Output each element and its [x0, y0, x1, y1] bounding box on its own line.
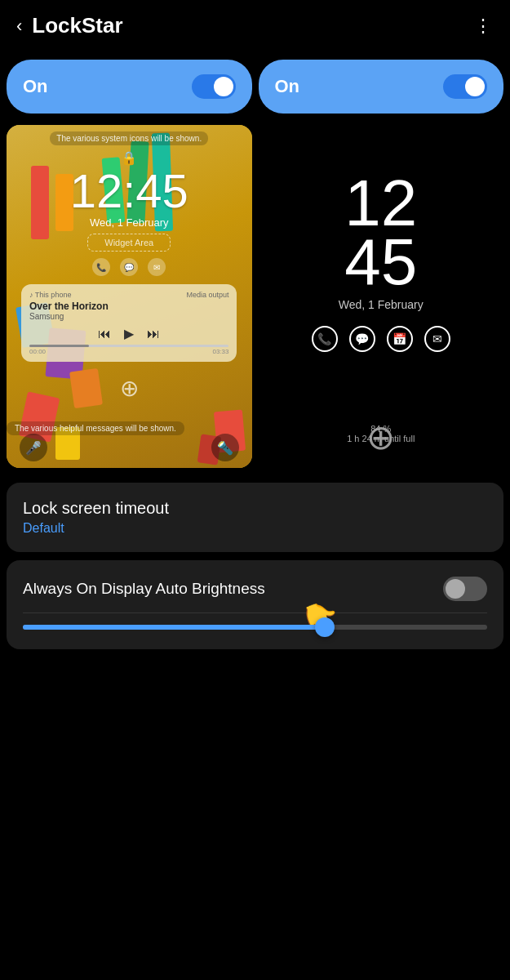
aod-battery-time: 1 h 24 m until full	[347, 434, 415, 443]
ls-time: 12:45	[70, 167, 188, 215]
ls-media-output: Media output	[186, 291, 228, 299]
lock-screen-timeout-section[interactable]: Lock screen timeout Default	[7, 483, 503, 552]
more-options-button[interactable]: ⋮	[474, 16, 494, 37]
aod-hour: 12	[344, 174, 417, 233]
aod-brightness-title: Always On Display Auto Brightness	[23, 580, 443, 598]
aod-brightness-section: Always On Display Auto Brightness 👇	[7, 560, 503, 649]
aod-date: Wed, 1 February	[339, 298, 424, 311]
ls-content: The various system icons will be shown. …	[7, 125, 252, 468]
aod-brightness-row: Always On Display Auto Brightness	[23, 577, 487, 601]
aod-minute: 45	[344, 233, 417, 292]
app-title: LockStar	[32, 13, 122, 38]
ls-media-player: ♪ This phone Media output Over the Horiz…	[21, 284, 237, 362]
ls-media-artist: Samsung	[29, 312, 228, 321]
left-toggle-label: On	[23, 76, 48, 97]
aod-icon-message: 💬	[349, 326, 375, 352]
lock-screen-timeout-value: Default	[23, 521, 487, 536]
lock-screen-timeout-title: Lock screen timeout	[23, 499, 487, 518]
aod-time: 12 45	[344, 174, 417, 292]
ls-icon-phone: 📞	[92, 258, 110, 276]
ls-bottom-icons: 🎤 🔦	[7, 434, 252, 461]
ls-mic-icon: 🎤	[20, 434, 47, 461]
aod-content: 12 45 Wed, 1 February 📞 💬 📅 ✉ ⊕ 84 % 1 h…	[259, 125, 504, 468]
ls-progress-bar	[29, 345, 228, 347]
aod-preview: 12 45 Wed, 1 February 📞 💬 📅 ✉ ⊕ 84 % 1 h…	[259, 125, 504, 468]
aod-icon-email: ✉	[424, 326, 450, 352]
ls-media-top-row: ♪ This phone Media output	[29, 291, 228, 299]
app-header: ‹ LockStar ⋮	[0, 0, 510, 51]
left-toggle-switch[interactable]	[192, 74, 236, 99]
right-toggle-switch[interactable]	[443, 74, 487, 99]
ls-icon-email: ✉	[148, 258, 166, 276]
ls-progress-fill	[29, 345, 89, 347]
brightness-slider-fill	[23, 625, 325, 630]
next-button[interactable]: ⏭	[147, 327, 160, 341]
ls-media-controls: ⏮ ▶ ⏭	[29, 326, 228, 341]
preview-row: The various system icons will be shown. …	[0, 122, 510, 474]
left-toggle-card[interactable]: On	[7, 60, 252, 114]
lockscreen-preview: The various system icons will be shown. …	[7, 125, 252, 468]
aod-icons-row: 📞 💬 📅 ✉	[312, 326, 450, 352]
ls-progress-times: 00:00 03:33	[29, 348, 228, 355]
aod-icon-phone: 📞	[312, 326, 338, 352]
play-button[interactable]: ▶	[124, 326, 134, 341]
ls-fingerprint-icon: ⊕	[120, 375, 139, 402]
aod-battery-percent: 84 %	[347, 424, 415, 434]
back-button[interactable]: ‹	[16, 16, 22, 37]
aod-icon-calendar: 📅	[387, 326, 413, 352]
ls-time-current: 00:00	[29, 348, 46, 355]
ls-top-message: The various system icons will be shown.	[50, 131, 208, 145]
right-toggle-card[interactable]: On	[259, 60, 504, 114]
ls-status-icons: 📞 💬 ✉	[92, 258, 166, 276]
ls-media-title: Over the Horizon	[29, 301, 228, 312]
prev-button[interactable]: ⏮	[98, 327, 111, 341]
ls-widget-area: Widget Area	[87, 234, 171, 252]
header-left: ‹ LockStar	[16, 13, 123, 38]
divider	[23, 612, 487, 613]
ls-flashlight-icon: 🔦	[211, 434, 239, 461]
brightness-slider-thumb[interactable]	[315, 617, 335, 637]
ls-media-source: ♪ This phone	[29, 291, 71, 299]
ls-icon-message: 💬	[120, 258, 138, 276]
toggle-row: On On	[0, 51, 510, 122]
ls-time-total: 03:33	[212, 348, 228, 355]
brightness-slider-track	[23, 625, 487, 630]
ls-date: Wed, 1 February	[90, 216, 169, 229]
aod-brightness-toggle[interactable]	[443, 577, 487, 601]
right-toggle-label: On	[275, 76, 300, 97]
aod-battery: 84 % 1 h 24 m until full	[347, 424, 415, 443]
brightness-slider-container: 👇	[23, 625, 487, 630]
